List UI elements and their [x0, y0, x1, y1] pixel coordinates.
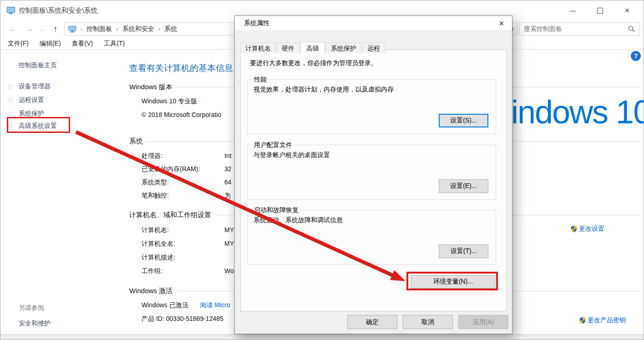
dialog-titlebar[interactable]: 系统属性 ✕	[235, 16, 512, 30]
section-label: 计算机名、域和工作组设置	[129, 211, 211, 219]
windows-edition-name: Windows 10 专业版	[142, 97, 197, 106]
close-button[interactable]: ✕	[614, 3, 641, 18]
shield-icon	[7, 84, 13, 90]
row-label: 计算机描述:	[142, 254, 224, 262]
minimize-icon: —	[569, 7, 576, 14]
startup-recovery-settings-button[interactable]: 设置(T)...	[439, 244, 488, 258]
up-button[interactable]: ↑	[49, 22, 62, 36]
tab-computer-name[interactable]: 计算机名	[240, 43, 276, 53]
control-panel-window: 控制面板\系统和安全\系统 — ✕ ← → ⌄ ↑ › 控制面板 › 系统和安全…	[0, 0, 644, 340]
breadcrumb-system-security[interactable]: 系统和安全	[122, 25, 154, 33]
annotation-highlight-advanced-settings	[7, 117, 70, 133]
help-icon[interactable]: ?	[631, 51, 641, 61]
admin-note: 要进行大多数更改，你必须作为管理员登录。	[250, 59, 377, 67]
tab-advanced[interactable]: 高级	[300, 42, 325, 55]
link-label: 更改设置	[579, 225, 604, 233]
dialog-title: 系统属性	[244, 19, 269, 27]
dialog-footer: 确定 取消 应用(A)	[235, 315, 512, 329]
row-value: 为	[224, 192, 231, 200]
search-box[interactable]: 搜索控制面板	[519, 22, 640, 36]
menu-view[interactable]: 查看(V)	[66, 39, 99, 49]
group-legend: 用户配置文件	[252, 141, 294, 149]
sidebar-see-also-header: 另请参阅	[19, 304, 44, 312]
row-label: 计算机全名:	[142, 240, 224, 248]
row-label: 处理器:	[142, 152, 224, 160]
section-label: 系统	[129, 137, 143, 146]
read-license-link[interactable]: 阅读 Micro	[200, 301, 230, 309]
performance-settings-button[interactable]: 设置(S)...	[439, 114, 488, 127]
crumb-separator-icon: ›	[158, 25, 160, 32]
back-button[interactable]: ←	[6, 22, 20, 36]
maximize-button[interactable]	[586, 3, 614, 18]
change-settings-link[interactable]: 更改设置	[570, 225, 604, 233]
row-computer-name: 计算机名:MY	[142, 226, 224, 234]
group-description: 与登录帐户相关的桌面设置	[254, 151, 330, 159]
group-description: 系统启动、系统故障和调试信息	[254, 216, 343, 224]
group-description: 视觉效果，处理器计划，内存使用，以及虚拟内存	[254, 86, 394, 94]
row-workgroup: 工作组:Wo	[142, 267, 224, 275]
breadcrumb-control-panel[interactable]: 控制面板	[86, 25, 112, 33]
uac-shield-icon	[570, 225, 578, 233]
window-title: 控制面板\系统和安全\系统	[19, 6, 97, 15]
breadcrumb-system[interactable]: 系统	[164, 25, 177, 33]
group-startup-recovery: 启动和故障恢复 系统启动、系统故障和调试信息 设置(T)...	[247, 210, 496, 265]
shield-icon	[7, 111, 13, 117]
window-bottom-strip	[0, 334, 644, 340]
change-product-key-link[interactable]: 更改产品密钥	[579, 316, 626, 325]
window-controls: — ✕	[559, 3, 641, 18]
group-legend: 性能	[252, 76, 269, 84]
row-value: MY	[224, 226, 234, 233]
uac-shield-icon	[579, 317, 586, 324]
search-input[interactable]: 搜索控制面板	[524, 25, 628, 33]
menu-file[interactable]: 文件(F)	[2, 39, 34, 49]
row-label: 笔和触控:	[142, 192, 224, 200]
windows-copyright: © 2018 Microsoft Corporatio	[142, 111, 221, 118]
product-id: 产品 ID: 00330-51889-12485	[142, 315, 223, 323]
group-performance: 性能 视觉效果，处理器计划，内存使用，以及虚拟内存 设置(S)...	[247, 79, 496, 134]
crumb-separator-icon: ›	[81, 25, 82, 32]
system-app-icon	[6, 6, 15, 15]
ok-button[interactable]: 确定	[347, 315, 397, 329]
sidebar-item-security-maintenance[interactable]: 安全和维护	[19, 320, 51, 328]
row-system-type: 系统类型:64	[142, 178, 224, 187]
row-ram: 已安装的内存(RAM):32	[142, 165, 224, 173]
row-full-name: 计算机全名:MY	[142, 240, 224, 248]
page-title: 查看有关计算机的基本信息	[129, 62, 233, 74]
row-label: 系统类型:	[142, 178, 224, 187]
row-label: 工作组:	[142, 267, 224, 275]
cancel-button[interactable]: 取消	[403, 315, 453, 329]
search-icon[interactable]	[628, 25, 635, 33]
link-label: 更改产品密钥	[588, 316, 626, 325]
tab-hardware[interactable]: 硬件	[277, 43, 299, 53]
history-dropdown-button[interactable]: ⌄	[38, 22, 46, 36]
up-icon: ↑	[53, 24, 58, 34]
menu-tools[interactable]: 工具(T)	[98, 39, 130, 49]
minimize-button[interactable]: —	[559, 3, 586, 18]
back-icon: ←	[9, 24, 17, 34]
sidebar-item-device-manager[interactable]: 设备管理器	[19, 82, 51, 91]
apply-button: 应用(A)	[458, 315, 508, 329]
maximize-icon	[597, 8, 603, 14]
section-label: Windows 激活	[129, 287, 172, 295]
group-legend: 启动和故障恢复	[252, 206, 301, 214]
row-value: 32	[224, 165, 232, 173]
close-icon: ✕	[499, 20, 505, 28]
row-label: 已安装的内存(RAM):	[142, 165, 224, 173]
menu-bar: 文件(F) 编辑(E) 查看(V) 工具(T)	[2, 39, 130, 49]
shield-icon	[7, 97, 13, 104]
row-value: Int	[224, 152, 232, 159]
section-label: Windows 版本	[129, 83, 172, 91]
tab-system-protection[interactable]: 系统保护	[326, 43, 361, 53]
forward-icon: →	[25, 24, 34, 34]
menu-edit[interactable]: 编辑(E)	[34, 39, 66, 49]
row-value: MY	[224, 240, 234, 247]
sidebar-item-home[interactable]: 控制面板主页	[19, 61, 57, 70]
dialog-close-button[interactable]: ✕	[495, 18, 508, 29]
breadcrumb-pc-icon	[68, 25, 76, 33]
dialog-tabs: 计算机名 硬件 高级 系统保护 远程	[240, 41, 386, 53]
sidebar-item-remote-settings[interactable]: 远程设置	[19, 96, 44, 104]
forward-button[interactable]: →	[22, 22, 36, 36]
row-label: 计算机名:	[142, 226, 224, 234]
user-profiles-settings-button[interactable]: 设置(E)...	[439, 179, 488, 193]
tab-remote[interactable]: 远程	[362, 43, 385, 53]
